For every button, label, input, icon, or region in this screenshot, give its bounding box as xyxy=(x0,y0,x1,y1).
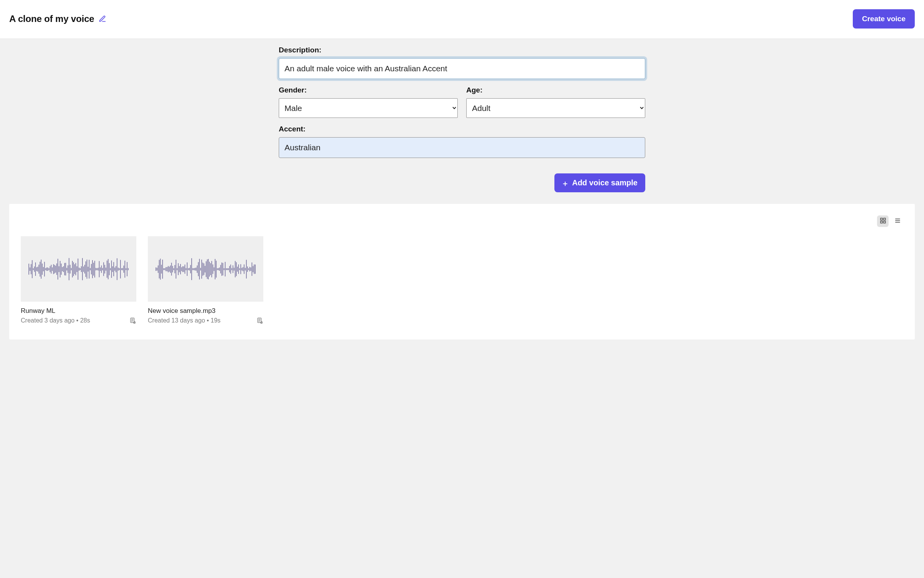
waveform-thumbnail[interactable] xyxy=(148,236,263,302)
grid-view-button[interactable] xyxy=(877,215,889,227)
sample-meta: Created 13 days ago • 19s xyxy=(148,317,221,324)
age-label: Age: xyxy=(466,86,645,94)
sample-settings-icon[interactable] xyxy=(256,317,263,324)
plus-icon xyxy=(562,180,568,186)
svg-rect-4 xyxy=(880,221,882,223)
samples-panel: Runway ML Created 3 days ago • 28s New v… xyxy=(9,204,915,339)
svg-rect-2 xyxy=(880,218,882,220)
sample-title: New voice sample.mp3 xyxy=(148,307,263,315)
sample-card[interactable]: Runway ML Created 3 days ago • 28s xyxy=(21,236,136,324)
edit-title-icon[interactable] xyxy=(98,15,107,23)
svg-rect-5 xyxy=(883,221,885,223)
add-voice-sample-button[interactable]: Add voice sample xyxy=(554,173,645,192)
svg-rect-3 xyxy=(883,218,885,220)
grid-icon xyxy=(880,217,886,225)
sample-title: Runway ML xyxy=(21,307,136,315)
sample-meta: Created 3 days ago • 28s xyxy=(21,317,90,324)
description-label: Description: xyxy=(279,46,645,54)
description-input[interactable] xyxy=(279,58,645,79)
add-voice-sample-label: Add voice sample xyxy=(572,178,638,187)
waveform-thumbnail[interactable] xyxy=(21,236,136,302)
create-voice-button[interactable]: Create voice xyxy=(853,9,915,29)
page-title: A clone of my voice xyxy=(9,13,94,24)
list-icon xyxy=(894,217,901,225)
gender-label: Gender: xyxy=(279,86,458,94)
age-select[interactable]: Adult xyxy=(466,98,645,118)
accent-label: Accent: xyxy=(279,125,645,133)
sample-card[interactable]: New voice sample.mp3 Created 13 days ago… xyxy=(148,236,263,324)
sample-settings-icon[interactable] xyxy=(129,317,136,324)
accent-input[interactable] xyxy=(279,137,645,158)
gender-select[interactable]: Male xyxy=(279,98,458,118)
list-view-button[interactable] xyxy=(892,215,903,227)
